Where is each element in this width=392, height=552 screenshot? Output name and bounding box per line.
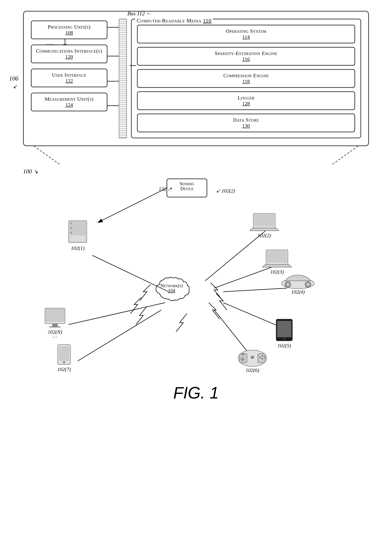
- svg-text:104: 104: [168, 288, 175, 293]
- svg-text:102(N): 102(N): [48, 329, 62, 335]
- user-interface-title: User Interface: [36, 72, 102, 78]
- svg-rect-40: [49, 326, 60, 327]
- user-interface-ref: 122: [36, 78, 102, 84]
- svg-line-22: [78, 310, 161, 361]
- data-store-ref: 130: [142, 123, 350, 129]
- dashed-connector: [23, 146, 369, 164]
- svg-rect-51: [267, 251, 287, 263]
- svg-text:102(7): 102(7): [57, 366, 71, 372]
- svg-line-19: [98, 188, 167, 222]
- svg-text:⊕: ⊕: [241, 352, 245, 356]
- svg-point-55: [287, 283, 289, 286]
- logger-ref: 128: [142, 101, 350, 107]
- svg-line-21: [69, 303, 165, 324]
- svg-point-70: [261, 358, 263, 360]
- svg-rect-67: [241, 358, 245, 360]
- sparsity-title: Sparsity-Estimation Engine: [142, 50, 350, 56]
- svg-point-68: [259, 356, 261, 358]
- processing-unit-ref: 108: [36, 30, 102, 36]
- svg-text:102(2): 102(2): [258, 233, 271, 238]
- crm-title: Computer-Readable Media 110: [135, 17, 213, 24]
- bus-bar: [119, 19, 127, 138]
- network-diagram: 100 ↘ Network(s) 104: [23, 164, 369, 402]
- svg-line-9: [332, 146, 358, 164]
- network-diagram-ref: 100 ↘: [23, 168, 38, 175]
- outer-box-arrow: ↙: [13, 83, 18, 90]
- communications-box: Communications Interface(s) 120: [31, 45, 111, 63]
- svg-line-25: [223, 288, 287, 292]
- sparsity-box: Sparsity-Estimation Engine 116: [137, 47, 355, 65]
- svg-text:↙ 102(2): ↙ 102(2): [216, 188, 235, 194]
- svg-point-69: [261, 355, 263, 357]
- sparsity-ref: 116: [142, 56, 350, 62]
- svg-text:Sensing: Sensing: [180, 181, 194, 186]
- logger-title: Logger: [142, 95, 350, 101]
- svg-text:102(6): 102(6): [246, 367, 259, 373]
- svg-line-27: [214, 310, 251, 356]
- data-store-box: Data Store 130: [137, 114, 355, 132]
- measurement-unit-title: Measurement Unit(s): [36, 96, 102, 102]
- network-diagram-svg: Network(s) 104 Sensing Device 132 ↗ ↙ 10…: [23, 164, 369, 419]
- user-interface-box: User Interface 122: [31, 69, 111, 87]
- svg-rect-38: [46, 309, 64, 321]
- svg-text:Device: Device: [180, 186, 193, 191]
- svg-line-20: [92, 255, 169, 292]
- os-ref: 114: [142, 34, 350, 40]
- svg-rect-48: [254, 214, 274, 226]
- measurement-unit-box: Measurement Unit(s) 124: [31, 93, 111, 111]
- svg-text:102(5): 102(5): [278, 343, 291, 348]
- data-store-title: Data Store: [142, 117, 350, 123]
- svg-text:⋯: ⋯: [52, 334, 57, 340]
- compression-box: Compression Engine 118: [137, 69, 355, 88]
- svg-line-26: [223, 303, 283, 328]
- measurement-unit-ref: 124: [36, 102, 102, 108]
- svg-rect-44: [59, 346, 69, 361]
- svg-point-57: [307, 283, 309, 286]
- compression-title: Compression Engine: [142, 73, 350, 79]
- os-box: Operating System 114: [137, 25, 355, 43]
- svg-rect-60: [277, 321, 291, 337]
- processing-unit-title: Processing Unit(s): [36, 24, 102, 30]
- outer-box-ref: 106: [9, 75, 18, 82]
- svg-text:102(4): 102(4): [291, 289, 305, 295]
- comm-interface-title: Communications Interface(s): [36, 48, 102, 54]
- svg-rect-32: [70, 235, 86, 242]
- svg-point-33: [71, 223, 72, 224]
- svg-point-35: [71, 232, 72, 233]
- network-cloud-group: Network(s) 104: [156, 277, 189, 301]
- svg-point-72: [251, 356, 254, 359]
- comm-interface-ref: 120: [36, 54, 102, 60]
- architecture-diagram: 106 ↙ 126 ↘ Processing Unit(s) 108: [23, 11, 369, 146]
- svg-rect-65: [258, 354, 265, 363]
- svg-point-61: [283, 338, 285, 340]
- svg-text:102(3): 102(3): [270, 269, 284, 275]
- bus-column: Bus 112 ←: [118, 19, 127, 138]
- svg-point-45: [63, 361, 65, 364]
- logger-box: Logger 128: [137, 91, 355, 110]
- outer-box-106: 106 ↙ 126 ↘ Processing Unit(s) 108: [23, 11, 369, 146]
- processing-unit-box: Processing Unit(s) 108: [31, 21, 111, 39]
- dashed-lines-svg: [23, 146, 369, 164]
- svg-text:Network(s): Network(s): [160, 283, 183, 288]
- bus-label: Bus 112 ←: [127, 10, 152, 17]
- os-title: Operating System: [142, 28, 350, 34]
- svg-line-24: [214, 266, 274, 288]
- svg-text:102(1): 102(1): [71, 245, 85, 251]
- svg-rect-39: [52, 324, 58, 326]
- svg-line-8: [34, 146, 60, 164]
- left-column: 126 ↘ Processing Unit(s) 108 Communicati…: [31, 19, 115, 138]
- page: 106 ↙ 126 ↘ Processing Unit(s) 108: [0, 0, 392, 552]
- figure-label: FIG. 1: [23, 384, 369, 402]
- svg-point-34: [71, 227, 72, 229]
- svg-point-71: [264, 356, 266, 358]
- compression-ref: 118: [142, 79, 350, 84]
- crm-box: Computer-Readable Media 110 Operating Sy…: [131, 19, 361, 138]
